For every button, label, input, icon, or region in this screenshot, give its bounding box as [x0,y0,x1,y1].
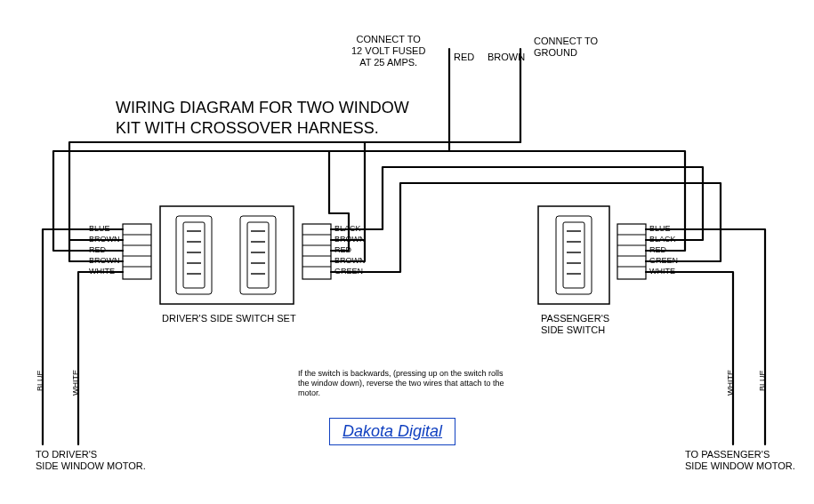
passenger-pin-4: WHITE [649,267,675,276]
passenger-motor-label: TO PASSENGER'S SIDE WINDOW MOTOR. [685,449,795,472]
driver-left-pin-0: BLUE [89,224,110,234]
brand-logo: Dakota Digital [329,418,455,445]
driver-right-pin-4: GREEN [334,267,363,276]
passenger-switch-label: PASSENGER'S SIDE SWITCH [541,313,609,336]
driver-motor-label: TO DRIVER'S SIDE WINDOW MOTOR. [36,449,146,472]
svg-rect-6 [247,222,269,288]
driver-left-connector [123,224,151,279]
driver-right-pin-1: BROWN [334,235,366,244]
label-12v: CONNECT TO 12 VOLT FUSED AT 25 AMPS. [351,34,425,69]
driver-motor-wire-white: WHITE [71,370,81,396]
driver-left-pin-4: WHITE [89,267,115,276]
driver-motor-wire-blue: BLUE [36,370,45,391]
driver-right-pin-2: RED [334,245,351,255]
note-text: If the switch is backwards, (pressing up… [298,369,512,397]
wire-white-driver-motor [78,272,123,444]
label-red-feed: RED [454,52,474,63]
svg-rect-12 [563,222,584,288]
driver-right-pin-3: BROWN [334,256,366,266]
passenger-motor-wire-blue: BLUE [758,370,768,391]
passenger-connector [617,224,646,279]
driver-right-pin-0: BLACK [334,224,361,234]
driver-switch-label: DRIVER'S SIDE SWITCH SET [162,313,296,324]
svg-rect-0 [183,222,205,288]
driver-left-pin-1: BROWN [89,235,120,244]
passenger-pin-0: BLUE [649,224,671,234]
passenger-pin-1: BLACK [649,235,676,244]
driver-right-connector [302,224,331,279]
label-brown-feed: BROWN [488,52,525,63]
wire-white-passenger-motor [646,272,733,444]
driver-left-pin-3: BROWN [89,256,120,266]
label-ground: CONNECT TO GROUND [534,36,598,59]
passenger-pin-2: RED [649,245,666,255]
diagram-title: WIRING DIAGRAM FOR TWO WINDOW KIT WITH C… [116,98,409,138]
driver-left-pin-2: RED [89,245,106,255]
passenger-motor-wire-white: WHITE [726,370,736,396]
passenger-pin-3: GREEN [649,256,678,266]
